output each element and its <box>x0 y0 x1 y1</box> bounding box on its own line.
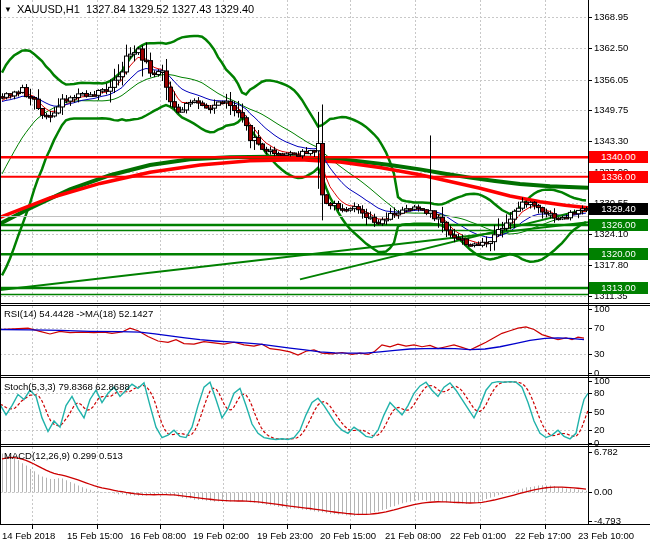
macd-indicator-label: MACD(12,26,9) 0.299 0.513 <box>4 450 123 461</box>
price-level-badge: 1329.40 <box>589 203 648 215</box>
time-axis-label: 19 Feb 02:00 <box>193 530 249 541</box>
price-level-badge: 1326.00 <box>589 219 648 231</box>
symbol-info-bar: ▼XAUUSD,H1 1327.84 1329.52 1327.43 1329.… <box>4 3 254 15</box>
stoch-indicator-label: Stoch(5,3,3) 79.8368 62.8688 <box>4 381 130 392</box>
price-tick-label: 1362.50 <box>594 43 628 53</box>
time-axis-label: 16 Feb 08:00 <box>130 530 186 541</box>
price-level-badge: 1313.00 <box>589 282 648 294</box>
price-level-badge: 1336.00 <box>589 171 648 183</box>
time-axis-label: 20 Feb 15:00 <box>320 530 376 541</box>
rsi-tick-label: 100 <box>594 304 610 314</box>
time-axis-label: 14 Feb 2018 <box>2 530 55 541</box>
time-axis-label: 19 Feb 23:00 <box>257 530 313 541</box>
symbol-dropdown-icon[interactable]: ▼ <box>4 5 12 14</box>
rsi-tick-label: 30 <box>594 349 605 359</box>
symbol-name: XAUUSD,H1 <box>17 3 80 15</box>
time-axis-label: 22 Feb 01:00 <box>450 530 506 541</box>
time-axis-label: 23 Feb 10:00 <box>578 530 634 541</box>
price-tick-label: 1349.75 <box>594 105 628 115</box>
price-tick-label: 1343.30 <box>594 136 628 146</box>
price-tick-label: 1317.80 <box>594 260 628 270</box>
macd-tick-label: 0.00 <box>594 487 613 497</box>
macd-tick-label: 6.782 <box>594 447 618 457</box>
stoch-tick-label: 80 <box>594 388 605 398</box>
rsi-indicator-label: RSI(14) 54.4428 ->MA(18) 52.1427 <box>4 308 153 319</box>
symbol-ohlc-values: 1327.84 1329.52 1327.43 1329.40 <box>86 3 254 15</box>
trading-chart-window: { "header": { "dropdown_icon": "▼", "sym… <box>0 0 650 550</box>
price-level-badge: 1340.00 <box>589 151 648 163</box>
price-tick-label: 1368.95 <box>594 12 628 22</box>
time-axis-label: 15 Feb 15:00 <box>67 530 123 541</box>
stoch-tick-label: 20 <box>594 425 605 435</box>
price-level-badge: 1320.00 <box>589 248 648 260</box>
rsi-tick-label: 70 <box>594 323 605 333</box>
price-tick-label: 1356.05 <box>594 75 628 85</box>
time-axis-label: 21 Feb 08:00 <box>385 530 441 541</box>
chart-canvas[interactable] <box>0 0 650 550</box>
macd-tick-label: -4.793 <box>594 516 621 526</box>
stoch-tick-label: 100 <box>594 376 610 386</box>
time-axis-label: 22 Feb 17:00 <box>515 530 571 541</box>
stoch-tick-label: 50 <box>594 407 605 417</box>
